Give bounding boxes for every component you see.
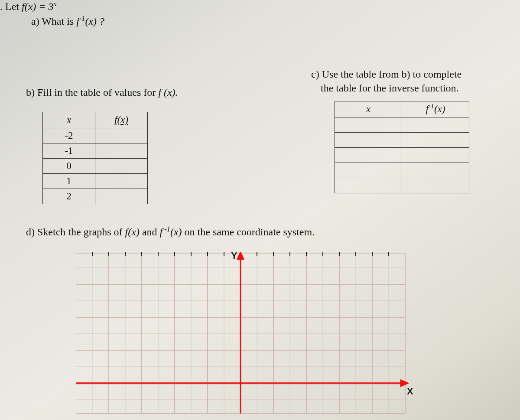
table-row: 1 <box>43 174 148 189</box>
d-fx: f(x) <box>125 226 140 238</box>
a-label: a) What is <box>31 16 76 27</box>
tableC-x-cell[interactable] <box>335 117 402 133</box>
tableB-header-fx: f(x) <box>95 112 148 128</box>
tableC-finv-cell[interactable] <box>402 148 469 163</box>
tableB-fx-cell[interactable] <box>95 189 148 204</box>
worksheet-page: . Let f(x) = 3x a) What is f-1(x) ? b) F… <box>0 0 520 420</box>
tableB-fx-label: f(x) <box>114 114 128 125</box>
intro-prefix: . Let <box>0 1 22 12</box>
table-row <box>335 117 469 133</box>
tableB-fx-cell[interactable] <box>95 159 148 174</box>
tableC-x-label: x <box>366 104 370 114</box>
x-axis-label: X <box>407 386 413 397</box>
part-d: d) Sketch the graphs of f(x) and f -1(x)… <box>26 226 315 238</box>
d-finv-sup: -1 <box>162 225 170 233</box>
tableC-finv-cell[interactable] <box>402 163 469 178</box>
tableB-x-label: x <box>67 114 71 125</box>
table-row: x f-1(x) <box>335 101 469 117</box>
table-row: -1 <box>43 143 148 159</box>
table-row <box>335 148 469 163</box>
tableC-finv-cell[interactable] <box>402 133 469 148</box>
part-a: a) What is f-1(x) ? <box>31 16 104 27</box>
tableB-x-cell: 0 <box>43 159 95 174</box>
tableB-fx-cell[interactable] <box>95 174 148 189</box>
table-row: x f(x) <box>43 112 148 128</box>
tableC-finv-cell[interactable] <box>402 178 469 193</box>
tableC-header-finv: f-1(x) <box>402 101 469 117</box>
tableB-x-cell: -2 <box>43 128 95 143</box>
a-tail: (x) ? <box>85 16 104 27</box>
tableC-x-cell[interactable] <box>335 163 402 178</box>
table-row: 2 <box>43 189 148 204</box>
question-intro: . Let f(x) = 3x <box>0 1 56 13</box>
table-row <box>335 163 469 178</box>
table-b: x f(x) -2 -1 0 1 2 <box>42 112 148 204</box>
d-suffix: on the same coordinate system. <box>182 226 315 238</box>
tableB-x-cell: 2 <box>43 189 95 204</box>
axes <box>76 252 408 413</box>
d-finv-tail: (x) <box>170 226 182 238</box>
tableB-x-cell: 1 <box>43 174 95 189</box>
table-row <box>335 133 469 148</box>
tableB-fx-cell[interactable] <box>95 143 148 159</box>
tableB-fx-cell[interactable] <box>95 128 148 143</box>
y-axis-label: Y <box>231 250 237 261</box>
tableC-finv-sup: -1 <box>429 102 434 110</box>
tableC-x-cell[interactable] <box>335 133 402 148</box>
a-fn: f <box>76 16 79 27</box>
tableB-x-cell: -1 <box>43 143 95 159</box>
a-sup: -1 <box>79 14 85 23</box>
tableB-header-x: x <box>43 112 95 128</box>
grid-svg <box>76 252 414 420</box>
coordinate-grid: Y X <box>76 252 405 413</box>
d-mid: and <box>140 226 160 238</box>
part-b: b) Fill in the table of values for f (x)… <box>26 87 178 98</box>
part-c-line2: the table for the inverse function. <box>321 82 459 94</box>
table-row: -2 <box>43 128 148 143</box>
tableC-x-cell[interactable] <box>335 178 402 193</box>
b-fn: f (x). <box>158 87 178 98</box>
x-arrow-icon <box>401 380 408 386</box>
tableC-header-x: x <box>335 101 402 117</box>
tableC-finv-cell[interactable] <box>402 117 469 133</box>
tableC-finv-tail: (x) <box>434 104 445 114</box>
fn-exp: x <box>53 0 56 7</box>
table-c: x f-1(x) <box>335 101 469 193</box>
part-c-line1: c) Use the table from b) to complete <box>311 68 462 80</box>
tableC-x-cell[interactable] <box>335 148 402 163</box>
table-row: 0 <box>43 159 148 174</box>
table-row <box>335 178 469 193</box>
d-prefix: d) Sketch the graphs of <box>26 226 125 238</box>
b-label: b) Fill in the table of values for <box>26 87 158 98</box>
fn-def: f(x) = 3 <box>22 1 54 12</box>
